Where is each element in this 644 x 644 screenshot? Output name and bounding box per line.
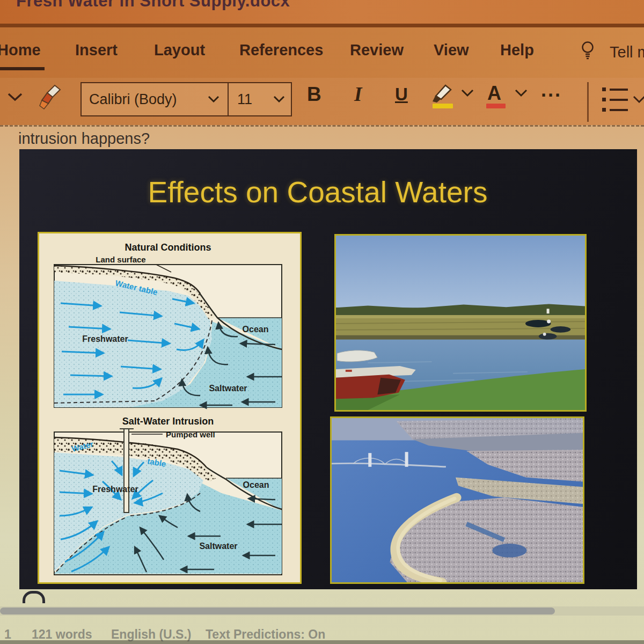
font-name-value: Calibri (Body) xyxy=(82,91,177,108)
active-tab-underline xyxy=(0,67,45,70)
document-paragraph[interactable]: intrusion happens? xyxy=(18,130,150,148)
word-app-window: Fresh Water in Short Supply.docx Home In… xyxy=(0,0,644,644)
label-saltwater-2: Saltwater xyxy=(199,541,237,551)
italic-button[interactable]: I xyxy=(354,83,362,106)
photo-coastal-marsh xyxy=(334,234,587,412)
slide-title: Effects on Coastal Waters xyxy=(19,175,616,209)
clipped-text-line xyxy=(0,125,644,127)
highlight-color-icon[interactable] xyxy=(430,82,455,106)
ribbon-toolbar: Calibri (Body) 11 B I U A ... xyxy=(0,78,644,125)
font-color-button[interactable]: A xyxy=(487,82,501,105)
horizontal-scrollbar-thumb[interactable] xyxy=(0,608,555,614)
font-color-bar xyxy=(486,104,506,108)
toolbar-separator xyxy=(587,82,589,122)
underline-button[interactable]: U xyxy=(395,84,408,105)
diagram-title-natural: Natural Conditions xyxy=(125,242,211,253)
font-size-value: 11 xyxy=(229,91,252,108)
status-language[interactable]: English (U.S.) xyxy=(111,627,192,642)
screen-bottom-edge xyxy=(0,640,644,644)
tab-review[interactable]: Review xyxy=(350,41,404,59)
diagram-title-intrusion: Salt-Water Intrusion xyxy=(122,416,214,427)
label-ocean: Ocean xyxy=(243,325,269,334)
document-canvas: intrusion happens? Effects on Coastal Wa… xyxy=(0,125,644,644)
ribbon-tab-row: Home Insert Layout References Review Vie… xyxy=(0,27,644,78)
more-formatting-button[interactable]: ... xyxy=(541,79,562,101)
tab-help[interactable]: Help xyxy=(500,41,534,59)
label-freshwater-2: Freshwater xyxy=(92,485,138,494)
highlight-color-bar xyxy=(433,104,453,108)
groundwater-diagram-panel: Land surface Water table Freshwater Ocea… xyxy=(38,232,302,584)
diagram-saltwater-intrusion: Pumped well Water table Freshwater Ocean… xyxy=(39,413,300,581)
diagram-natural-conditions: Land surface Water table Freshwater Ocea… xyxy=(39,235,300,412)
tab-layout[interactable]: Layout xyxy=(154,41,205,59)
label-saltwater: Saltwater xyxy=(209,384,247,393)
bullet-list-chevron-icon[interactable] xyxy=(632,95,644,107)
tab-home[interactable]: Home xyxy=(0,41,41,59)
status-page-number[interactable]: 1 xyxy=(4,627,11,642)
tab-references[interactable]: References xyxy=(239,41,323,59)
tab-insert[interactable]: Insert xyxy=(75,41,118,59)
label-land-surface: Land surface xyxy=(96,255,145,264)
toolbar-overflow-chevron-icon[interactable] xyxy=(6,92,24,105)
font-name-combobox[interactable]: Calibri (Body) xyxy=(80,82,229,116)
bullet-list-icon[interactable] xyxy=(602,86,629,116)
lightbulb-icon xyxy=(581,40,595,64)
title-bar: Fresh Water in Short Supply.docx xyxy=(0,0,644,24)
embedded-slide-image[interactable]: Effects on Coastal Waters xyxy=(19,149,637,589)
photo-aerial-coastline xyxy=(330,416,584,584)
status-text-predictions[interactable]: Text Predictions: On xyxy=(206,627,325,642)
font-color-dropdown-chevron-icon[interactable] xyxy=(514,89,528,100)
label-pumped-well: Pumped well xyxy=(166,430,215,439)
format-painter-icon[interactable] xyxy=(39,84,63,114)
tab-view[interactable]: View xyxy=(434,41,469,59)
status-word-count[interactable]: 121 words xyxy=(32,627,92,642)
highlight-dropdown-chevron-icon[interactable] xyxy=(460,89,474,100)
label-freshwater: Freshwater xyxy=(82,334,128,343)
font-size-combobox[interactable]: 11 xyxy=(228,82,292,116)
document-title: Fresh Water in Short Supply.docx xyxy=(16,0,290,11)
label-ocean-2: Ocean xyxy=(243,480,269,489)
partial-circle-shape xyxy=(23,591,45,603)
bold-button[interactable]: B xyxy=(307,83,321,106)
titlebar-divider xyxy=(0,24,644,27)
tell-me-search[interactable]: Tell m xyxy=(610,43,644,61)
